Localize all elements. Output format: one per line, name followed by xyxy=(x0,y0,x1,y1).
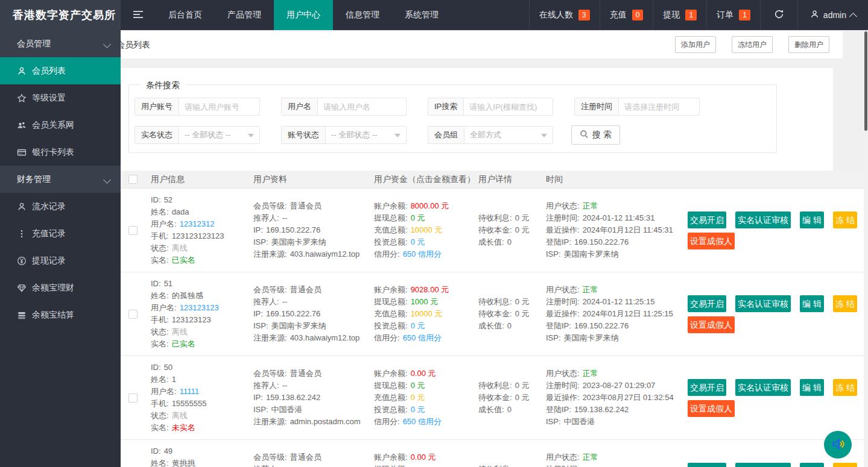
sidebar-group-member-mgmt[interactable]: 会员管理 xyxy=(0,30,121,57)
gem-icon xyxy=(17,283,27,293)
sidebar-item-bank-cards[interactable]: 银行卡列表 xyxy=(0,139,121,166)
balance-value[interactable]: 9028.00 元 xyxy=(411,285,449,294)
edit-button[interactable]: 编 辑 xyxy=(800,463,824,467)
sidebar-item-recharge-records[interactable]: 充值记录 xyxy=(0,220,121,247)
member-level: 普通会员 xyxy=(290,369,322,378)
username-link[interactable]: 12312312 xyxy=(180,219,215,228)
sidebar-item-level-settings[interactable]: 等级设置 xyxy=(0,84,121,111)
sidebar-item-flow-records[interactable]: 流水记录 xyxy=(0,193,121,220)
stat-recharge[interactable]: 充值 0 xyxy=(600,0,653,30)
freeze-button[interactable]: 冻 结 xyxy=(833,212,857,228)
ip-input[interactable] xyxy=(464,98,553,115)
add-user-button[interactable]: 添加用户 xyxy=(675,36,716,53)
cell-user-info: ID:52 姓名:dada 用户名:12312312 手机:1231231231… xyxy=(151,189,253,272)
cell-time: 用户状态:正常 注册时间:2024-01-12 11:25:15 最近操作:20… xyxy=(546,272,688,356)
chevron-down-icon xyxy=(103,40,111,48)
search-button[interactable]: 搜 索 xyxy=(571,125,620,145)
menu-item-system[interactable]: 系统管理 xyxy=(392,0,451,30)
login-ip: 159.138.62.242 xyxy=(574,405,629,414)
row-checkbox[interactable] xyxy=(128,226,138,235)
trade-toggle-button[interactable]: 交易开启 xyxy=(688,295,726,312)
username-link[interactable]: 11111 xyxy=(180,387,199,396)
balance-value[interactable]: 0.00 元 xyxy=(411,369,436,378)
refresh-button[interactable] xyxy=(760,0,797,30)
set-fake-user-button[interactable]: 设置成假人 xyxy=(688,233,735,249)
user-name: dada xyxy=(172,207,189,216)
trade-toggle-button[interactable]: 交易开启 xyxy=(688,212,726,228)
sidebar-toggle[interactable] xyxy=(121,0,156,30)
stat-withdraw[interactable]: 提现 1 xyxy=(653,0,706,30)
cell-user-funds: 账户余额:8000.00 元 提现总额:0 元 充值总额:10000 元 投资总… xyxy=(374,189,478,272)
menu-item-dashboard[interactable]: 后台首页 xyxy=(156,0,215,30)
username-input[interactable] xyxy=(318,98,406,115)
invest-total[interactable]: 0 元 xyxy=(411,405,425,414)
withdraw-total[interactable]: 0 元 xyxy=(411,213,425,222)
stat-orders[interactable]: 订单 1 xyxy=(706,0,760,30)
menu-item-info[interactable]: 信息管理 xyxy=(333,0,392,30)
sidebar-group-finance-mgmt[interactable]: 财务管理 xyxy=(0,166,121,193)
trade-toggle-button[interactable]: 交易开启 xyxy=(688,463,726,467)
edit-button[interactable]: 编 辑 xyxy=(800,295,824,312)
sidebar-item-member-network[interactable]: 会员关系网 xyxy=(0,111,121,139)
regtime-input[interactable] xyxy=(619,98,699,115)
select-all-checkbox[interactable] xyxy=(128,175,138,184)
chevron-up-icon xyxy=(849,13,857,20)
sidebar-item-member-list[interactable]: 会员列表 xyxy=(0,57,121,84)
balance-value[interactable]: 0.00 元 xyxy=(411,453,436,462)
reg-isp: 美国南卡罗来纳 xyxy=(271,321,326,330)
balance-value[interactable]: 8000.00 元 xyxy=(411,201,449,210)
cell-user-detail: 待收利息: 待收本金: 成长值: xyxy=(478,440,546,467)
chevron-down-icon xyxy=(103,176,111,184)
menu-item-products[interactable]: 产品管理 xyxy=(215,0,274,30)
account-status-select[interactable]: 账号状态 -- 全部状态 -- xyxy=(281,126,407,144)
withdraw-total[interactable]: 0 元 xyxy=(411,381,425,390)
set-fake-user-button[interactable]: 设置成假人 xyxy=(688,316,735,333)
login-isp: 中国香港 xyxy=(564,417,595,426)
realname-status-select[interactable]: 实名状态 -- 全部状态 -- xyxy=(135,126,260,144)
freeze-user-button[interactable]: 冻结用户 xyxy=(732,36,773,53)
member-group-select[interactable]: 会员组 全部方式 xyxy=(428,126,553,144)
username-link[interactable]: 123123123 xyxy=(180,303,219,312)
stat-online[interactable]: 在线人数 3 xyxy=(529,0,600,30)
credit-score[interactable]: 650 信用分 xyxy=(403,417,442,426)
row-checkbox[interactable] xyxy=(128,310,138,319)
sidebar-item-withdraw-records[interactable]: 提现记录 xyxy=(0,247,121,274)
register-time: 2024-01-12 11:25:15 xyxy=(583,297,655,306)
kyc-review-button[interactable]: 实名认证审核 xyxy=(735,212,791,228)
recharge-total[interactable]: 10000 元 xyxy=(411,309,443,318)
pending-interest: 0 元 xyxy=(515,297,530,306)
edit-button[interactable]: 编 辑 xyxy=(800,379,824,396)
recharge-total[interactable]: 10000 元 xyxy=(411,225,443,234)
freeze-button[interactable]: 冻 结 xyxy=(833,463,857,467)
menu-item-user-center[interactable]: 用户中心 xyxy=(274,0,333,30)
row-checkbox[interactable] xyxy=(128,393,138,403)
withdraw-badge: 1 xyxy=(685,10,697,20)
speaker-icon xyxy=(830,436,846,454)
freeze-button[interactable]: 冻 结 xyxy=(833,295,857,312)
trade-toggle-button[interactable]: 交易开启 xyxy=(688,379,726,396)
kyc-review-button[interactable]: 实名认证审核 xyxy=(735,295,791,312)
kyc-review-button[interactable]: 实名认证审核 xyxy=(735,463,791,467)
credit-score[interactable]: 650 信用分 xyxy=(403,333,442,342)
last-operation-time: 2024年01月12日 11:45:31 xyxy=(583,225,673,234)
kyc-review-button[interactable]: 实名认证审核 xyxy=(735,379,791,396)
edit-button[interactable]: 编 辑 xyxy=(800,212,824,228)
pending-principal: 0 元 xyxy=(515,309,530,318)
freeze-button[interactable]: 冻 结 xyxy=(833,379,857,396)
invest-total[interactable]: 0 元 xyxy=(411,237,425,246)
sound-float-button[interactable] xyxy=(824,431,852,459)
sidebar-item-yuebao-invest[interactable]: 余额宝理财 xyxy=(0,274,121,301)
account-input[interactable] xyxy=(179,98,259,115)
recharge-total[interactable]: 0 元 xyxy=(411,393,425,402)
withdraw-total[interactable]: 1000 元 xyxy=(411,297,439,306)
sidebar-item-yuebao-settle[interactable]: 余额宝结算 xyxy=(0,301,121,328)
scrollbar-thumb[interactable] xyxy=(864,31,867,131)
account-menu[interactable]: admin xyxy=(797,0,868,30)
set-fake-user-button[interactable]: 设置成假人 xyxy=(688,400,735,417)
delete-user-button[interactable]: 删除用户 xyxy=(788,36,829,53)
invest-total[interactable]: 0 元 xyxy=(411,321,425,330)
online-status: 离线 xyxy=(172,243,188,252)
account-name: admin xyxy=(823,10,846,20)
login-isp: 美国南卡罗来纳 xyxy=(564,249,619,259)
credit-score[interactable]: 650 信用分 xyxy=(403,249,442,259)
